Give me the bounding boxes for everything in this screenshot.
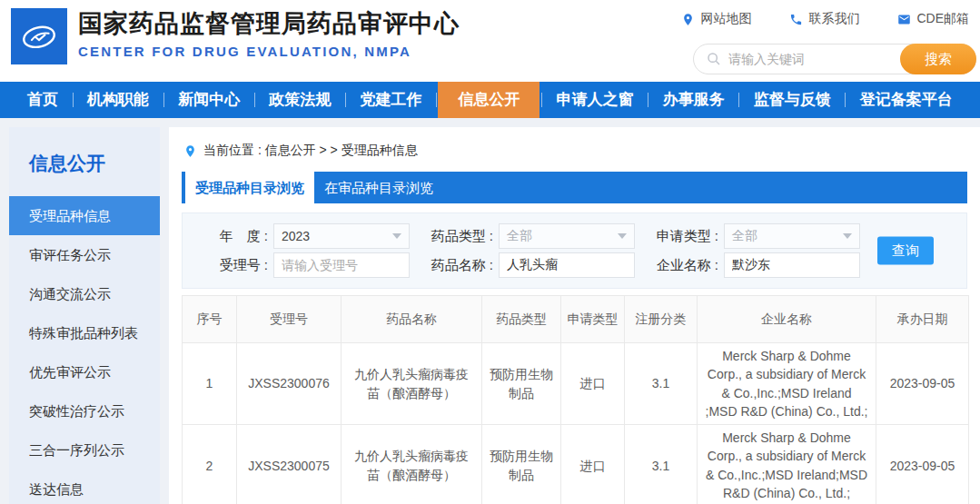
filter-row-2: 受理号 : 药品名称 : 企业名称 :	[192, 252, 957, 279]
cell-serial: 1	[183, 343, 237, 425]
drug-name-label: 药品名称 :	[417, 257, 493, 274]
table-row: 2 JXSS2300075 九价人乳头瘤病毒疫苗（酿酒酵母） 预防用生物制品 进…	[183, 425, 969, 504]
tab-under-review-catalog[interactable]: 在审品种目录浏览	[314, 172, 443, 203]
accept-no-input[interactable]	[273, 252, 410, 278]
chevron-down-icon	[618, 233, 627, 239]
sidebar-item-special-approval[interactable]: 特殊审批品种列表	[9, 313, 160, 352]
chevron-down-icon	[392, 233, 401, 239]
col-acceptance-no: 受理号	[237, 296, 342, 343]
cell-registration-class: 3.1	[625, 425, 698, 504]
filter-company: 企业名称 :	[642, 252, 860, 278]
chevron-down-icon	[843, 233, 852, 239]
nav-separator	[73, 93, 74, 107]
nav-item-policies[interactable]: 政策法规	[256, 82, 343, 118]
nav-item-home[interactable]: 首页	[15, 82, 71, 118]
year-label: 年 度 :	[192, 228, 268, 245]
drug-name-input[interactable]	[499, 252, 635, 278]
year-select[interactable]: 2023	[273, 223, 410, 249]
search-button[interactable]: 搜索	[900, 44, 976, 74]
col-drug-name: 药品名称	[342, 296, 482, 343]
cde-logo	[11, 8, 67, 64]
table-row: 1 JXSS2300076 九价人乳头瘤病毒疫苗（酿酒酵母） 预防用生物制品 进…	[183, 343, 969, 425]
sidebar-item-delivery-info[interactable]: 送达信息	[9, 469, 160, 504]
nav-item-registration-platform[interactable]: 登记备案平台	[847, 82, 965, 118]
envelope-icon	[897, 13, 911, 26]
nav-item-news[interactable]: 新闻中心	[165, 82, 252, 118]
col-company-name: 企业名称	[698, 296, 876, 343]
nav-item-party[interactable]: 党建工作	[347, 82, 434, 118]
nav-separator	[738, 93, 739, 107]
sidebar-item-accepted-varieties[interactable]: 受理品种信息	[9, 196, 160, 235]
col-registration-class: 注册分类	[625, 296, 698, 343]
cell-handle-date: 2023-09-05	[876, 425, 969, 504]
contact-link[interactable]: 联系我们	[789, 11, 859, 27]
mail-label: CDE邮箱	[916, 11, 969, 27]
sidebar-item-communication[interactable]: 沟通交流公示	[9, 274, 160, 313]
cell-registration-class: 3.1	[625, 343, 698, 425]
site-title: 国家药品监督管理局药品审评中心	[78, 7, 460, 40]
nav-item-applicant-window[interactable]: 申请人之窗	[544, 82, 647, 118]
main-content: 当前位置 : 信息公开 > > 受理品种信息 受理品种目录浏览 在审品种目录浏览…	[169, 127, 980, 504]
sidebar-item-breakthrough-therapy[interactable]: 突破性治疗公示	[9, 391, 160, 430]
cell-drug-type: 预防用生物制品	[482, 343, 561, 425]
cell-acceptance-no: JXSS2300075	[237, 425, 342, 504]
location-pin-icon	[183, 143, 197, 159]
phone-icon	[789, 13, 803, 26]
tab-accepted-catalog[interactable]: 受理品种目录浏览	[185, 172, 314, 203]
table-header-row: 序号 受理号 药品名称 药品类型 申请类型 注册分类 企业名称 承办日期	[183, 296, 969, 343]
filter-app-type: 申请类型 : 全部	[642, 223, 860, 249]
accept-no-label: 受理号 :	[192, 257, 268, 274]
cell-company-name: Merck Sharp & Dohme Corp., a subsidiary …	[698, 425, 876, 504]
nav-separator	[254, 93, 255, 107]
nav-item-functions[interactable]: 机构职能	[74, 82, 162, 118]
search-input[interactable]	[728, 52, 900, 66]
cell-handle-date: 2023-09-05	[876, 343, 969, 425]
filter-row-1: 年 度 : 2023 药品类型 : 全部 申请类型 :	[192, 222, 957, 250]
location-pin-icon	[681, 13, 695, 26]
col-application-type: 申请类型	[561, 296, 625, 343]
app-type-select[interactable]: 全部	[724, 223, 860, 249]
company-input[interactable]	[724, 252, 860, 278]
page: 国家药品监督管理局药品审评中心 CENTER FOR DRUG EVALUATI…	[0, 0, 980, 504]
tab-bar: 受理品种目录浏览 在审品种目录浏览	[182, 172, 967, 203]
filter-accept-no: 受理号 :	[192, 252, 410, 278]
col-drug-type: 药品类型	[482, 296, 561, 343]
drug-type-select[interactable]: 全部	[499, 223, 635, 249]
nav-separator	[845, 93, 846, 107]
cell-application-type: 进口	[561, 343, 625, 425]
app-type-label: 申请类型 :	[642, 228, 718, 245]
cell-acceptance-no: JXSS2300076	[237, 343, 342, 425]
nav-item-services[interactable]: 办事服务	[650, 82, 737, 118]
sidebar: 信息公开 受理品种信息 审评任务公示 沟通交流公示 特殊审批品种列表 优先审评公…	[9, 127, 160, 504]
nav-separator	[541, 93, 542, 107]
site-subtitle: CENTER FOR DRUG EVALUATION, NMPA	[78, 44, 460, 59]
drug-type-value: 全部	[507, 228, 532, 244]
sitemap-label: 网站地图	[700, 11, 751, 27]
filter-panel: 年 度 : 2023 药品类型 : 全部 申请类型 :	[182, 212, 967, 289]
results-table: 序号 受理号 药品名称 药品类型 申请类型 注册分类 企业名称 承办日期 1 J…	[182, 295, 969, 504]
sidebar-item-priority-review[interactable]: 优先审评公示	[9, 352, 160, 391]
nav-separator	[163, 93, 164, 107]
brand-block: 国家药品监督管理局药品审评中心 CENTER FOR DRUG EVALUATI…	[78, 7, 460, 59]
col-serial: 序号	[183, 296, 237, 343]
nav-separator	[648, 93, 648, 107]
sidebar-title: 信息公开	[9, 127, 160, 196]
sidebar-item-three-in-one[interactable]: 三合一序列公示	[9, 430, 160, 469]
nav-item-info-disclosure[interactable]: 信息公开	[438, 82, 539, 118]
site-search: 搜索	[693, 44, 976, 74]
col-handle-date: 承办日期	[876, 296, 969, 343]
drug-type-label: 药品类型 :	[417, 228, 493, 245]
app-type-value: 全部	[732, 228, 757, 244]
filter-drug-type: 药品类型 : 全部	[417, 223, 635, 249]
search-icon	[707, 52, 721, 66]
nav-separator	[436, 93, 437, 107]
quick-links: 网站地图 联系我们 CDE邮箱	[681, 11, 969, 27]
mail-link[interactable]: CDE邮箱	[897, 11, 969, 27]
nav-item-supervision[interactable]: 监督与反馈	[741, 82, 844, 118]
sidebar-item-review-tasks[interactable]: 审评任务公示	[9, 235, 160, 274]
query-button[interactable]: 查询	[877, 237, 934, 265]
company-label: 企业名称 :	[642, 257, 718, 274]
sitemap-link[interactable]: 网站地图	[681, 11, 751, 27]
nav-separator	[345, 93, 346, 107]
main-nav: 首页 机构职能 新闻中心 政策法规 党建工作 信息公开 申请人之窗 办事服务 监…	[0, 82, 980, 118]
